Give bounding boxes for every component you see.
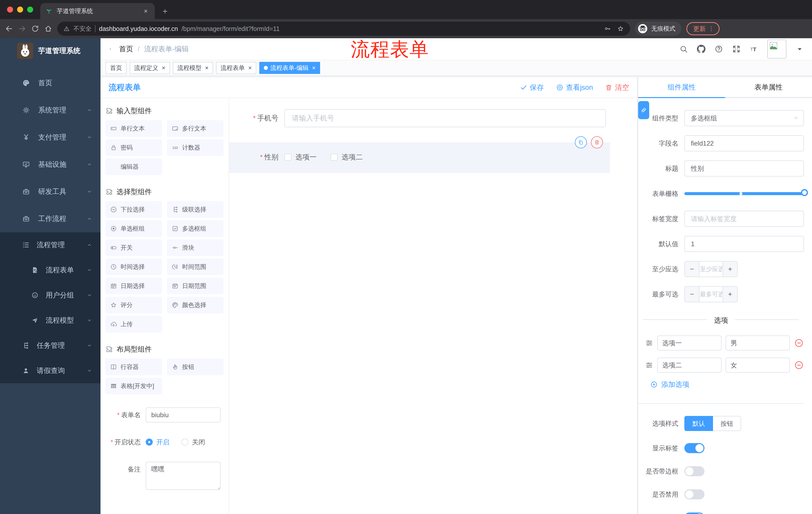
back-icon[interactable]: [5, 25, 13, 33]
component-chip[interactable]: 级联选择: [167, 201, 224, 218]
tab-close-icon[interactable]: ×: [312, 64, 316, 72]
view-json-button[interactable]: 查看json: [556, 83, 593, 92]
new-tab-button[interactable]: [162, 8, 168, 15]
style-button-button[interactable]: 按钮: [713, 416, 741, 431]
component-chip[interactable]: 时间选择: [106, 259, 162, 275]
window-controls[interactable]: [7, 6, 33, 12]
avatar-caret-icon[interactable]: [795, 45, 804, 53]
tab-chip[interactable]: 流程表单-编辑 ×: [259, 62, 320, 74]
remove-option-button[interactable]: [794, 338, 804, 348]
drag-handle-icon[interactable]: [645, 361, 653, 369]
browser-tab[interactable]: 芋道管理系统 ×: [40, 3, 155, 19]
checkbox-icon[interactable]: [330, 154, 338, 161]
min-select-input[interactable]: [699, 262, 723, 277]
sidebar-subitem[interactable]: 流程管理: [0, 232, 100, 258]
label-width-input[interactable]: [685, 211, 804, 227]
tab-close-icon[interactable]: ×: [142, 7, 150, 15]
help-icon[interactable]: [715, 45, 723, 53]
component-chip[interactable]: 多行文本: [167, 120, 224, 137]
tab-close-icon[interactable]: ×: [205, 64, 208, 72]
tab-close-icon[interactable]: ×: [162, 64, 165, 72]
title-input[interactable]: [685, 160, 804, 177]
sidebar-item[interactable]: 工作流程: [0, 205, 100, 232]
sidebar-subitem[interactable]: 请假查询: [0, 358, 100, 383]
component-chip[interactable]: 行容器: [106, 359, 162, 375]
tab-component-props[interactable]: 组件属性: [638, 77, 725, 98]
add-option-button[interactable]: 添加选项: [650, 380, 804, 389]
url-bar[interactable]: 不安全 dashboard.yudao.iocoder.cn/bpm/manag…: [57, 22, 630, 36]
drag-handle-icon[interactable]: [645, 339, 653, 347]
checkbox-icon[interactable]: [284, 154, 291, 161]
component-chip[interactable]: 下拉选择: [106, 201, 162, 218]
toggle-switch[interactable]: [685, 513, 704, 514]
field-name-input[interactable]: [685, 135, 804, 152]
option-label-input[interactable]: [657, 358, 722, 373]
component-type-value[interactable]: [685, 110, 804, 126]
sidebar-item[interactable]: 研发工具: [0, 178, 100, 205]
password-key-icon[interactable]: [604, 25, 611, 32]
component-chip[interactable]: 评分: [106, 297, 162, 313]
status-on-radio[interactable]: 开启: [146, 438, 169, 447]
collapse-panel-handle[interactable]: [638, 101, 649, 119]
copy-component-button[interactable]: [575, 136, 587, 148]
collapse-sidebar-icon[interactable]: [106, 44, 115, 54]
component-chip[interactable]: 表格[开发中]: [106, 378, 162, 394]
tab-chip[interactable]: 流程表单 ×: [216, 62, 256, 74]
component-chip[interactable]: 日期范围: [167, 278, 224, 294]
selected-component[interactable]: *性别 选项一: [229, 142, 610, 173]
toggle-switch[interactable]: [685, 443, 704, 453]
toggle-switch[interactable]: [685, 466, 704, 476]
remove-option-button[interactable]: [794, 360, 804, 370]
component-chip[interactable]: 123 计数器: [167, 139, 224, 156]
default-value-input[interactable]: [685, 236, 804, 252]
component-chip[interactable]: 滑块: [167, 239, 224, 256]
tab-close-icon[interactable]: ×: [248, 64, 252, 72]
fullscreen-icon[interactable]: [732, 45, 741, 53]
sidebar-subitem[interactable]: 流程模型: [0, 308, 100, 333]
tab-chip[interactable]: 流程定义 ×: [129, 62, 170, 74]
close-window-button[interactable]: [7, 6, 13, 12]
clear-button[interactable]: 清空: [605, 83, 629, 92]
delete-component-button[interactable]: [591, 136, 603, 148]
component-chip[interactable]: 编辑器: [106, 158, 162, 175]
decrease-button[interactable]: −: [685, 262, 699, 277]
font-size-icon[interactable]: TT: [750, 45, 758, 53]
update-button[interactable]: 更新: [686, 22, 720, 35]
app-logo[interactable]: 芋道管理系统: [0, 38, 100, 63]
component-chip[interactable]: 时间范围: [167, 259, 224, 275]
gender-checkbox[interactable]: 选项二: [330, 153, 363, 162]
reload-icon[interactable]: [31, 25, 39, 33]
increase-button[interactable]: +: [723, 262, 737, 277]
home-icon[interactable]: [44, 25, 52, 33]
slider-handle[interactable]: [801, 189, 808, 196]
form-canvas[interactable]: *手机号 *性别: [229, 98, 637, 514]
minimize-window-button[interactable]: [17, 6, 23, 12]
sidebar-item[interactable]: 支付管理: [0, 124, 100, 151]
sidebar-item[interactable]: 首页: [0, 70, 100, 97]
gender-checkbox[interactable]: 选项一: [284, 153, 317, 162]
component-chip[interactable]: 开关: [106, 239, 162, 256]
toggle-switch[interactable]: [685, 489, 704, 499]
component-chip[interactable]: 日期选择: [106, 278, 162, 294]
component-chip[interactable]: 单行文本: [106, 120, 162, 137]
github-icon[interactable]: [697, 45, 705, 53]
sidebar-item[interactable]: 基础设施: [0, 151, 100, 178]
grid-slider[interactable]: [685, 186, 804, 202]
phone-field-row[interactable]: *手机号: [229, 98, 637, 127]
status-off-radio[interactable]: 关闭: [181, 438, 205, 447]
search-icon[interactable]: [679, 45, 688, 53]
component-chip[interactable]: 按钮: [167, 359, 224, 375]
decrease-button[interactable]: −: [685, 287, 699, 302]
tab-chip[interactable]: 流程模型 ×: [173, 62, 213, 74]
zoom-window-button[interactable]: [27, 6, 33, 12]
component-chip[interactable]: 单选框组: [106, 220, 162, 237]
increase-button[interactable]: +: [723, 287, 737, 302]
breadcrumb-home[interactable]: 首页: [119, 44, 133, 54]
sidebar-subitem[interactable]: 任务管理: [0, 333, 100, 358]
tab-form-props[interactable]: 表单属性: [725, 77, 812, 98]
avatar[interactable]: [767, 39, 786, 59]
component-chip[interactable]: 多选框组: [167, 220, 224, 237]
component-chip[interactable]: 上传: [106, 316, 162, 332]
component-type-select[interactable]: [685, 110, 804, 126]
option-value-input[interactable]: [726, 335, 790, 351]
